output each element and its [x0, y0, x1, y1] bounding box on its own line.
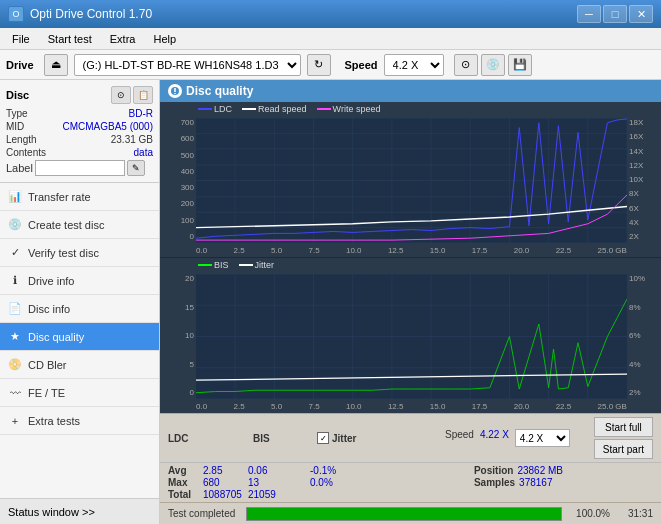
upper-chart-svg [196, 118, 627, 243]
disc-header: Disc ⊙ 📋 [6, 86, 153, 104]
speed-select-small[interactable]: 4.2 X [515, 429, 570, 447]
position-label: Position [474, 465, 513, 476]
bis-header: BIS [253, 433, 270, 444]
write-speed-legend-label: Write speed [333, 104, 381, 114]
nav-label-disc-quality: Disc quality [28, 331, 84, 343]
length-label: Length [6, 134, 37, 145]
position-row: Position 23862 MB [474, 465, 563, 476]
ldc-max: 680 [203, 477, 248, 488]
bis-max: 13 [248, 477, 288, 488]
menu-start-test[interactable]: Start test [40, 31, 100, 47]
nav-label-drive-info: Drive info [28, 275, 74, 287]
upper-chart-svg-area [196, 118, 627, 243]
stats-columns: LDC BIS [168, 433, 293, 444]
nav-disc-info[interactable]: 📄 Disc info [0, 295, 159, 323]
position-value: 23862 MB [517, 465, 563, 476]
title-bar-controls: ─ □ ✕ [577, 5, 653, 23]
create-test-disc-icon: 💿 [8, 218, 22, 232]
disc-label-row: Label ✎ [6, 160, 153, 176]
jitter-legend-label: Jitter [255, 260, 275, 270]
disc-btn-1[interactable]: ⊙ [111, 86, 131, 104]
bis-legend-color [198, 264, 212, 266]
nav-fe-te[interactable]: 〰 FE / TE [0, 379, 159, 407]
lower-x-axis: 0.0 2.5 5.0 7.5 10.0 12.5 15.0 17.5 20.0… [196, 402, 627, 411]
drive-info-icon: ℹ [8, 274, 22, 288]
disc-type-row: Type BD-R [6, 108, 153, 119]
label-edit-button[interactable]: ✎ [127, 160, 145, 176]
progress-percent: 100.0% [570, 508, 610, 519]
nav-label-fe-te: FE / TE [28, 387, 65, 399]
label-input[interactable] [35, 160, 125, 176]
menu-extra[interactable]: Extra [102, 31, 144, 47]
ldc-legend-color [198, 108, 212, 110]
fe-te-icon: 〰 [8, 386, 22, 400]
drive-bar: Drive ⏏ (G:) HL-DT-ST BD-RE WH16NS48 1.D… [0, 50, 661, 80]
bis-col-header: BIS [253, 433, 293, 444]
disc-quality-header: Disc quality [160, 80, 661, 102]
disc-quality-title: Disc quality [186, 84, 253, 98]
jitter-max: 0.0% [310, 477, 365, 488]
nav-cd-bler[interactable]: 📀 CD Bler [0, 351, 159, 379]
speed-value: 4.22 X [480, 429, 509, 447]
speed-select[interactable]: 4.2 X [384, 54, 444, 76]
drive-select[interactable]: (G:) HL-DT-ST BD-RE WH16NS48 1.D3 [74, 54, 301, 76]
bis-legend-label: BIS [214, 260, 229, 270]
avg-label: Avg [168, 465, 203, 476]
disc-quality-icon: ★ [8, 330, 22, 344]
speed-row: Speed 4.22 X 4.2 X [445, 429, 570, 447]
upper-chart-legend: LDC Read speed Write speed [198, 104, 380, 114]
stats-data-rows: Avg Max Total 2.85 680 1088705 0.06 13 2… [160, 463, 661, 502]
drive-eject-icon[interactable]: ⏏ [44, 54, 68, 76]
save-icon[interactable]: 💾 [508, 54, 532, 76]
disc-info-icon[interactable]: 💿 [481, 54, 505, 76]
maximize-button[interactable]: □ [603, 5, 627, 23]
read-speed-legend: Read speed [242, 104, 307, 114]
write-speed-legend: Write speed [317, 104, 381, 114]
close-button[interactable]: ✕ [629, 5, 653, 23]
nav-transfer-rate[interactable]: 📊 Transfer rate [0, 183, 159, 211]
menu-help[interactable]: Help [145, 31, 184, 47]
nav-create-test-disc[interactable]: 💿 Create test disc [0, 211, 159, 239]
lower-y-axis-left: 20 15 10 5 0 [160, 274, 196, 397]
start-buttons: Start full Start part [594, 417, 653, 459]
title-bar: O Opti Drive Control 1.70 ─ □ ✕ [0, 0, 661, 28]
menu-file[interactable]: File [4, 31, 38, 47]
disc-title: Disc [6, 89, 29, 101]
progress-label: Test completed [168, 508, 238, 519]
nav-verify-test-disc[interactable]: ✓ Verify test disc [0, 239, 159, 267]
nav-extra-tests[interactable]: + Extra tests [0, 407, 159, 435]
status-window-button[interactable]: Status window >> [0, 498, 159, 524]
jitter-header: Jitter [332, 433, 356, 444]
progress-bar-inner [247, 508, 561, 520]
length-value: 23.31 GB [111, 134, 153, 145]
start-full-button[interactable]: Start full [594, 417, 653, 437]
minimize-button[interactable]: ─ [577, 5, 601, 23]
progress-bar-outer [246, 507, 562, 521]
nav-drive-info[interactable]: ℹ Drive info [0, 267, 159, 295]
write-speed-legend-color [317, 108, 331, 110]
total-label: Total [168, 489, 203, 500]
jitter-checkbox[interactable]: ✓ [317, 432, 329, 444]
lower-chart-legend: BIS Jitter [198, 260, 274, 270]
right-stats-group: Speed 4.22 X 4.2 X [445, 429, 570, 447]
nav-label-verify-test-disc: Verify test disc [28, 247, 99, 259]
samples-row: Samples 378167 [474, 477, 563, 488]
bis-values: 0.06 13 21059 [248, 465, 288, 500]
jitter-legend-color [239, 264, 253, 266]
drive-toolbar-icons: ⊙ 💿 💾 [454, 54, 532, 76]
nav-disc-quality[interactable]: ★ Disc quality [0, 323, 159, 351]
disc-btn-2[interactable]: 📋 [133, 86, 153, 104]
disc-mid-row: MID CMCMAGBA5 (000) [6, 121, 153, 132]
nav-label-disc-info: Disc info [28, 303, 70, 315]
progress-area: Test completed 100.0% 31:31 [160, 502, 661, 524]
mid-label: MID [6, 121, 24, 132]
ldc-avg: 2.85 [203, 465, 248, 476]
start-part-button[interactable]: Start part [594, 439, 653, 459]
app-title: Opti Drive Control 1.70 [30, 7, 152, 21]
drive-refresh-button[interactable]: ↻ [307, 54, 331, 76]
ldc-header: LDC [168, 433, 189, 444]
title-bar-left: O Opti Drive Control 1.70 [8, 6, 152, 22]
disc-quality-header-icon [168, 84, 182, 98]
disc-scan-icon[interactable]: ⊙ [454, 54, 478, 76]
speed-label: Speed [345, 59, 378, 71]
